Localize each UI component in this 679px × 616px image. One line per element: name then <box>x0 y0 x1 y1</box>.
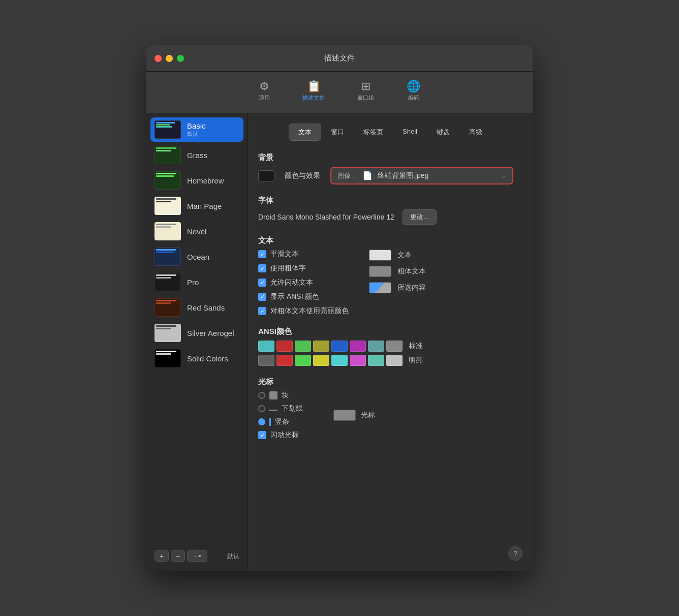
toolbar-item-encoding[interactable]: 🌐 编码 <box>400 78 426 105</box>
font-section: 字体 Droid Sans Mono Slashed for Powerline… <box>258 196 522 225</box>
toolbar-item-general[interactable]: ⚙ 通用 <box>253 78 276 105</box>
selection-color-swatch[interactable] <box>369 282 391 293</box>
ansi-bright-label: 明亮 <box>409 356 423 365</box>
toolbar-item-profile[interactable]: 📋 描述文件 <box>296 78 331 105</box>
sidebar-item-homebrew[interactable]: Homebrew <box>150 168 243 193</box>
add-profile-button[interactable]: + <box>155 550 169 562</box>
profile-icon: 📋 <box>307 81 321 92</box>
ansi-std-4[interactable] <box>331 341 348 352</box>
cursor-shape-group: 块 下划线 竖条 ✓ <box>258 391 303 440</box>
close-button[interactable] <box>155 55 162 62</box>
window-title: 描述文件 <box>324 53 355 63</box>
cursor-color-swatch[interactable] <box>333 410 356 421</box>
gear-icon: ⚙ <box>259 81 269 92</box>
cursor-block-row: 块 <box>258 391 303 400</box>
sidebar-item-pro[interactable]: Pro <box>150 270 243 294</box>
image-label-text: 图像： <box>337 171 357 180</box>
ansi-std-0[interactable] <box>258 341 274 352</box>
text-section: 文本 ✓ 平滑文本 ✓ 使用粗体字 ✓ 允许闪动文本 <box>258 236 522 316</box>
smooth-text-checkbox[interactable]: ✓ <box>258 250 266 258</box>
sidebar-item-grass[interactable]: Grass <box>150 143 243 167</box>
cursor-underline-label: 下划线 <box>282 404 303 413</box>
selection-color-label: 所选内容 <box>397 283 426 292</box>
background-filename: 终端背景图.jpeg <box>378 171 496 180</box>
bold-color-swatch[interactable] <box>369 266 391 277</box>
ansi-color-checkbox[interactable]: ✓ <box>258 293 266 301</box>
text-color-swatch[interactable] <box>369 250 391 261</box>
tab-shell[interactable]: Shell <box>393 124 427 141</box>
ansi-bright-6[interactable] <box>368 355 384 366</box>
ansi-bright-0[interactable] <box>258 355 274 366</box>
ansi-std-5[interactable] <box>350 341 366 352</box>
window-group-icon: ⊞ <box>361 81 371 92</box>
ansi-bright-2[interactable] <box>295 355 311 366</box>
ansi-bright-7[interactable] <box>386 355 403 366</box>
sidebar-item-silver[interactable]: Silver Aerogel <box>150 321 243 345</box>
background-row: 颜色与效果 图像： 📄 终端背景图.jpeg ⌄ <box>258 167 522 184</box>
background-section-label: 背景 <box>258 153 522 163</box>
bold-color-row: 粗体文本 <box>369 266 426 277</box>
dropdown-arrow-icon: ⌄ <box>501 172 506 179</box>
bright-bold-checkbox[interactable]: ✓ <box>258 307 266 315</box>
ansi-bright-1[interactable] <box>276 355 293 366</box>
bold-text-checkbox[interactable]: ✓ <box>258 264 266 272</box>
thumbnail-silver <box>155 324 181 342</box>
text-section-label: 文本 <box>258 236 522 245</box>
ansi-std-7[interactable] <box>386 341 403 352</box>
ansi-std-6[interactable] <box>368 341 384 352</box>
font-row: Droid Sans Mono Slashed for Powerline 12… <box>258 209 522 225</box>
cursor-color-label: 光标 <box>361 411 375 420</box>
sidebar-item-ocean[interactable]: Ocean <box>150 244 243 269</box>
sidebar-item-basic[interactable]: Basic 默认 <box>150 117 243 142</box>
sidebar-item-novel[interactable]: Novel <box>150 219 243 243</box>
cursor-section: 光标 块 下划线 <box>258 377 522 440</box>
bold-text-label: 使用粗体字 <box>270 264 306 273</box>
cursor-block-radio[interactable] <box>258 392 265 399</box>
ansi-section: ANSI颜色 标准 <box>258 327 522 366</box>
blink-text-label: 允许闪动文本 <box>270 278 313 287</box>
chevron-down-icon: ▾ <box>199 553 201 559</box>
blink-cursor-checkbox[interactable]: ✓ <box>258 431 266 439</box>
ansi-std-3[interactable] <box>313 341 329 352</box>
font-name-label: Droid Sans Mono Slashed for Powerline 12 <box>258 213 394 221</box>
background-color-swatch[interactable] <box>258 170 274 181</box>
globe-icon: 🌐 <box>407 81 420 92</box>
minimize-button[interactable] <box>166 55 173 62</box>
more-options-button[interactable]: ··· ▾ <box>187 550 207 562</box>
sidebar-footer: + − ··· ▾ 默认 <box>150 545 243 567</box>
tab-keyboard[interactable]: 键盘 <box>427 124 459 141</box>
tab-window[interactable]: 窗口 <box>321 124 354 141</box>
ansi-std-2[interactable] <box>295 341 311 352</box>
ansi-bright-5[interactable] <box>350 355 366 366</box>
help-button[interactable]: ? <box>508 546 522 561</box>
thumbnail-redsands <box>155 298 181 317</box>
tab-tabpage[interactable]: 标签页 <box>354 124 393 141</box>
sidebar-item-redsands[interactable]: Red Sands <box>150 295 243 320</box>
ansi-bright-3[interactable] <box>313 355 329 366</box>
cursor-underline-radio[interactable] <box>258 405 265 412</box>
cursor-bar-radio[interactable] <box>258 418 265 425</box>
ansi-color-row: ✓ 显示 ANSI 颜色 <box>258 292 349 301</box>
ansi-bright-4[interactable] <box>331 355 348 366</box>
smooth-text-label: 平滑文本 <box>270 250 299 259</box>
toolbar-item-window-group[interactable]: ⊞ 窗口组 <box>351 78 380 105</box>
bright-bold-label: 对粗体文本使用亮丽颜色 <box>270 306 349 316</box>
text-checkboxes: ✓ 平滑文本 ✓ 使用粗体字 ✓ 允许闪动文本 ✓ <box>258 250 349 316</box>
default-label: 默认 <box>227 552 239 561</box>
fullscreen-button[interactable] <box>177 55 184 62</box>
sidebar-item-manpage[interactable]: Man Page <box>150 194 243 218</box>
color-effects-label: 颜色与效果 <box>285 171 320 180</box>
blink-text-checkbox[interactable]: ✓ <box>258 279 266 287</box>
cursor-bar-row: 竖条 <box>258 417 303 426</box>
remove-profile-button[interactable]: − <box>171 550 185 562</box>
toolbar: ⚙ 通用 📋 描述文件 ⊞ 窗口组 🌐 编码 <box>146 72 533 113</box>
ansi-std-1[interactable] <box>276 341 293 352</box>
content-area: Basic 默认 Grass Homebrew <box>146 113 533 571</box>
image-selector[interactable]: 图像： 📄 终端背景图.jpeg ⌄ <box>330 167 513 184</box>
tab-advanced[interactable]: 高级 <box>459 124 492 141</box>
change-font-button[interactable]: 更改... <box>403 209 437 225</box>
tab-text[interactable]: 文本 <box>289 124 321 141</box>
thumbnail-basic <box>155 120 181 139</box>
sidebar-item-solid[interactable]: Solid Colors <box>150 346 243 371</box>
thumbnail-grass <box>155 146 181 164</box>
